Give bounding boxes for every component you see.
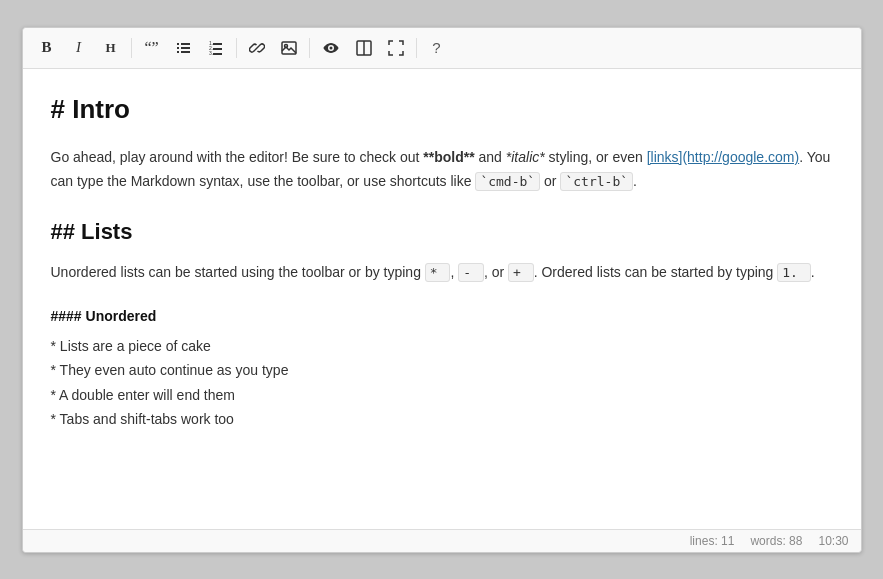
- ul-icon: [176, 40, 192, 56]
- unordered-list: Lists are a piece of cake They even auto…: [51, 335, 833, 431]
- svg-rect-1: [181, 43, 190, 45]
- intro-heading: # Intro: [51, 89, 833, 131]
- bold-button[interactable]: B: [33, 34, 61, 62]
- code-dash: -: [458, 263, 484, 282]
- words-label: words:: [750, 534, 785, 548]
- bold-sample: **bold**: [423, 149, 474, 165]
- lists-heading: ## Lists: [51, 214, 833, 249]
- lists-section: ## Lists Unordered lists can be started …: [51, 214, 833, 285]
- help-button[interactable]: ?: [423, 34, 451, 62]
- expand-icon: [388, 40, 404, 56]
- quote-button[interactable]: “”: [138, 34, 166, 62]
- code-plus: +: [508, 263, 534, 282]
- heading-button[interactable]: H: [97, 34, 125, 62]
- toolbar-separator-2: [236, 38, 237, 58]
- intro-paragraph: Go ahead, play around with the editor! B…: [51, 146, 833, 194]
- status-bar: lines: 11 words: 88 10:30: [23, 529, 861, 552]
- link-button[interactable]: [243, 34, 271, 62]
- svg-rect-4: [177, 51, 179, 53]
- lines-info: lines: 11: [690, 534, 735, 548]
- svg-rect-2: [177, 47, 179, 49]
- code-ordered: 1.: [777, 263, 810, 282]
- svg-rect-5: [181, 51, 190, 53]
- image-button[interactable]: [275, 34, 303, 62]
- lines-value: 11: [721, 534, 734, 548]
- svg-rect-11: [213, 53, 222, 55]
- lists-paragraph: Unordered lists can be started using the…: [51, 261, 833, 285]
- shortcut-ctrl-b: `ctrl-b`: [560, 172, 633, 191]
- svg-rect-9: [213, 48, 222, 50]
- italic-button[interactable]: I: [65, 34, 93, 62]
- svg-rect-3: [181, 47, 190, 49]
- unordered-heading: #### Unordered: [51, 305, 833, 327]
- words-info: words: 88: [750, 534, 802, 548]
- columns-icon: [356, 40, 372, 56]
- shortcut-cmd-b: `cmd-b`: [475, 172, 540, 191]
- toolbar: B I H “” 1. 2. 3.: [23, 28, 861, 69]
- preview-button[interactable]: [316, 34, 346, 62]
- list-item: They even auto continue as you type: [51, 359, 833, 381]
- unordered-list-button[interactable]: [170, 34, 198, 62]
- unordered-section: #### Unordered Lists are a piece of cake…: [51, 305, 833, 431]
- ordered-list-button[interactable]: 1. 2. 3.: [202, 34, 230, 62]
- link-sample: [links](http://google.com): [647, 149, 800, 165]
- italic-sample: *italic*: [506, 149, 545, 165]
- toolbar-separator-3: [309, 38, 310, 58]
- svg-rect-0: [177, 43, 179, 45]
- toolbar-separator-1: [131, 38, 132, 58]
- editor-container: B I H “” 1. 2. 3.: [22, 27, 862, 553]
- intro-section: # Intro Go ahead, play around with the e…: [51, 89, 833, 194]
- list-item: Lists are a piece of cake: [51, 335, 833, 357]
- svg-point-15: [329, 46, 332, 49]
- fullscreen-button[interactable]: [382, 34, 410, 62]
- editor-content-area[interactable]: # Intro Go ahead, play around with the e…: [23, 69, 861, 529]
- lines-label: lines:: [690, 534, 718, 548]
- image-icon: [281, 40, 297, 56]
- link-icon: [249, 40, 265, 56]
- svg-line-12: [255, 46, 259, 50]
- eye-icon: [322, 41, 340, 55]
- ol-icon: 1. 2. 3.: [208, 40, 224, 56]
- toolbar-separator-4: [416, 38, 417, 58]
- code-asterisk: *: [425, 263, 451, 282]
- list-item: Tabs and shift-tabs work too: [51, 408, 833, 430]
- time-display: 10:30: [818, 534, 848, 548]
- svg-rect-7: [213, 43, 222, 45]
- side-by-side-button[interactable]: [350, 34, 378, 62]
- list-item: A double enter will end them: [51, 384, 833, 406]
- svg-text:3.: 3.: [209, 50, 213, 56]
- words-value: 88: [789, 534, 802, 548]
